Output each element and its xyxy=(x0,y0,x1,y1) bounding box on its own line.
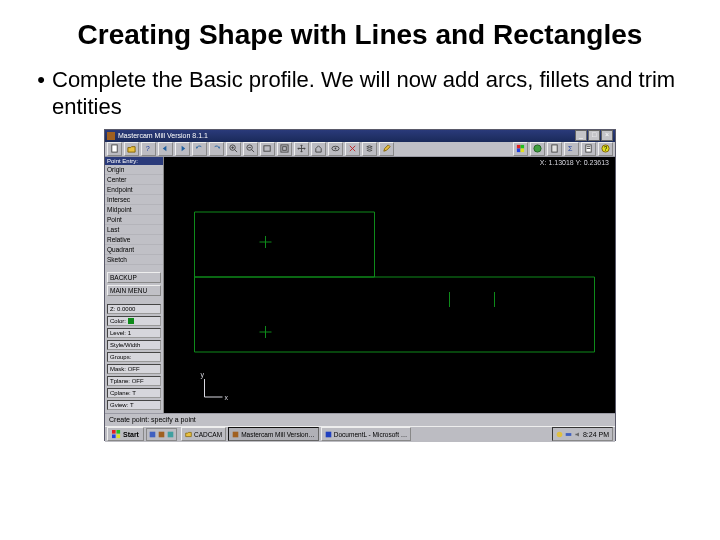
axis-x-label: x xyxy=(225,394,229,401)
svg-point-13 xyxy=(335,148,337,150)
side-panel-title: Point Entry: xyxy=(105,157,163,165)
calc-icon[interactable] xyxy=(547,142,562,156)
point-entry-list: Origin Center Endpoint Intersec Midpoint… xyxy=(105,165,163,265)
home-icon[interactable] xyxy=(311,142,326,156)
folder-icon xyxy=(185,431,192,438)
side-item-point[interactable]: Point xyxy=(105,215,163,225)
status-level[interactable]: Level: 1 xyxy=(107,328,161,338)
layers-icon[interactable] xyxy=(362,142,377,156)
globe-icon[interactable] xyxy=(530,142,545,156)
svg-rect-37 xyxy=(117,430,121,434)
svg-rect-44 xyxy=(326,431,332,437)
svg-rect-46 xyxy=(566,433,572,436)
maximize-button[interactable]: □ xyxy=(588,130,600,141)
tray-icon-1[interactable] xyxy=(556,431,563,438)
modify-icon[interactable] xyxy=(379,142,394,156)
file-icon[interactable] xyxy=(107,142,122,156)
svg-rect-43 xyxy=(233,431,239,437)
side-item-endpoint[interactable]: Endpoint xyxy=(105,185,163,195)
side-item-quadrant[interactable]: Quadrant xyxy=(105,245,163,255)
side-item-last[interactable]: Last xyxy=(105,225,163,235)
svg-rect-40 xyxy=(150,431,156,437)
view-icon[interactable] xyxy=(328,142,343,156)
ql-icon-2[interactable] xyxy=(158,431,165,438)
forward-icon[interactable] xyxy=(175,142,190,156)
svg-text:?: ? xyxy=(146,144,150,153)
stats-icon[interactable]: Σ xyxy=(564,142,579,156)
side-item-sketch[interactable]: Sketch xyxy=(105,255,163,265)
quick-launch xyxy=(146,428,177,441)
svg-line-7 xyxy=(251,149,254,152)
side-item-intersec[interactable]: Intersec xyxy=(105,195,163,205)
svg-line-3 xyxy=(234,149,237,152)
window-title: Mastercam Mill Version 8.1.1 xyxy=(118,132,575,139)
close-button[interactable]: × xyxy=(601,130,613,141)
windows-icon xyxy=(112,430,121,439)
status-cplane[interactable]: Cplane: T xyxy=(107,388,161,398)
status-groups[interactable]: Groups: xyxy=(107,352,161,362)
status-color[interactable]: Color: xyxy=(107,316,161,326)
status-tplane[interactable]: Tplane: OFF xyxy=(107,376,161,386)
svg-rect-16 xyxy=(517,145,521,149)
svg-rect-21 xyxy=(552,145,557,152)
word-icon xyxy=(325,431,332,438)
bullet-item: • Complete the Basic profile. We will no… xyxy=(30,66,690,121)
cad-canvas[interactable]: X: 1.13018 Y: 0.23613 y x xyxy=(164,157,615,413)
minimize-button[interactable]: _ xyxy=(575,130,587,141)
back-icon[interactable] xyxy=(158,142,173,156)
question-icon[interactable]: ? xyxy=(598,142,613,156)
ql-icon-3[interactable] xyxy=(167,431,174,438)
help-icon[interactable]: ? xyxy=(141,142,156,156)
delete-icon[interactable] xyxy=(345,142,360,156)
svg-text:?: ? xyxy=(604,145,608,152)
undo-icon[interactable] xyxy=(192,142,207,156)
task-cadcam[interactable]: CADCAM xyxy=(181,427,226,441)
main-menu-button[interactable]: MAIN MENU xyxy=(107,285,161,296)
color-icon[interactable] xyxy=(513,142,528,156)
zoom-window-icon[interactable] xyxy=(260,142,275,156)
svg-rect-38 xyxy=(112,434,116,438)
report-icon[interactable] xyxy=(581,142,596,156)
start-button[interactable]: Start xyxy=(107,427,144,441)
status-bar: Create point: specify a point xyxy=(105,413,615,426)
tray-icon-2[interactable] xyxy=(565,431,572,438)
pan-icon[interactable] xyxy=(294,142,309,156)
task-mastercam[interactable]: Mastercam Mill Version… xyxy=(228,427,319,441)
bullet-dot: • xyxy=(30,66,52,94)
backup-button[interactable]: BACKUP xyxy=(107,272,161,283)
side-item-relative[interactable]: Relative xyxy=(105,235,163,245)
svg-rect-36 xyxy=(112,430,116,434)
status-z[interactable]: Z: 0.0000 xyxy=(107,304,161,314)
status-gview[interactable]: Gview: T xyxy=(107,400,161,410)
status-style[interactable]: Style/Width xyxy=(107,340,161,350)
side-item-midpoint[interactable]: Midpoint xyxy=(105,205,163,215)
zoom-in-icon[interactable] xyxy=(226,142,241,156)
svg-rect-17 xyxy=(521,145,525,149)
svg-rect-10 xyxy=(281,145,288,152)
window-controls: _ □ × xyxy=(575,130,613,141)
redo-icon[interactable] xyxy=(209,142,224,156)
bullet-text: Complete the Basic profile. We will now … xyxy=(52,66,690,121)
task-word[interactable]: DocumentL - Microsoft … xyxy=(321,427,411,441)
volume-icon[interactable] xyxy=(574,431,581,438)
axis-y-label: y xyxy=(201,371,205,379)
zoom-out-icon[interactable] xyxy=(243,142,258,156)
side-item-center[interactable]: Center xyxy=(105,175,163,185)
toolbar: ? Σ ? xyxy=(105,142,615,157)
status-mask[interactable]: Mask: OFF xyxy=(107,364,161,374)
clock: 8:24 PM xyxy=(583,431,609,438)
bullet-list: • Complete the Basic profile. We will no… xyxy=(30,66,690,121)
svg-rect-0 xyxy=(112,145,117,152)
start-label: Start xyxy=(123,431,139,438)
cad-drawing: y x xyxy=(164,157,615,413)
svg-rect-39 xyxy=(117,434,121,438)
ql-icon-1[interactable] xyxy=(149,431,156,438)
system-tray: 8:24 PM xyxy=(552,427,613,441)
open-icon[interactable] xyxy=(124,142,139,156)
fit-icon[interactable] xyxy=(277,142,292,156)
slide-title: Creating Shape with Lines and Rectangles xyxy=(40,18,680,52)
mastercam-icon xyxy=(232,431,239,438)
side-item-origin[interactable]: Origin xyxy=(105,165,163,175)
status-text: Create point: specify a point xyxy=(109,416,196,423)
svg-point-45 xyxy=(557,431,563,437)
